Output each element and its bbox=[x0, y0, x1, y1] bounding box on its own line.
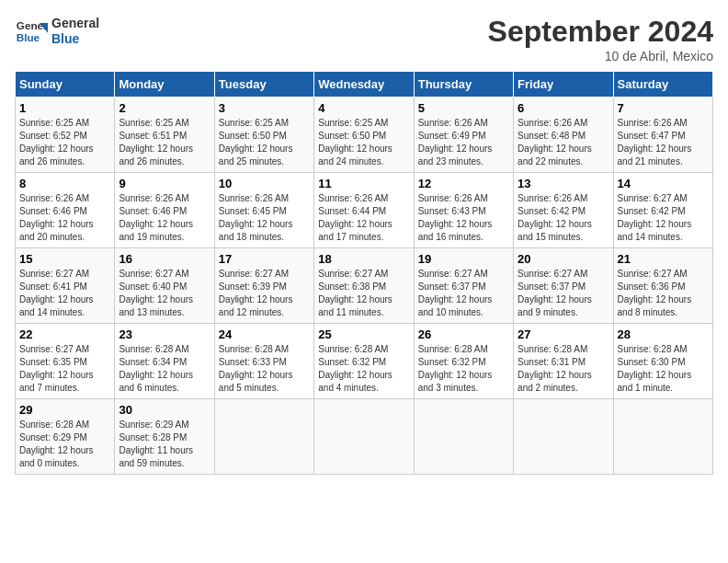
calendar-body: 1Sunrise: 6:25 AMSunset: 6:52 PMDaylight… bbox=[16, 98, 713, 475]
day-number: 20 bbox=[518, 252, 609, 266]
calendar-week-row: 29Sunrise: 6:28 AMSunset: 6:29 PMDayligh… bbox=[16, 399, 713, 475]
calendar-cell: 21Sunrise: 6:27 AMSunset: 6:36 PMDayligh… bbox=[613, 248, 712, 324]
calendar-cell bbox=[414, 399, 513, 475]
day-detail: Sunrise: 6:26 AMSunset: 6:48 PMDaylight:… bbox=[518, 118, 592, 167]
day-number: 12 bbox=[418, 177, 509, 190]
calendar-cell: 10Sunrise: 6:26 AMSunset: 6:45 PMDayligh… bbox=[214, 173, 313, 248]
day-detail: Sunrise: 6:28 AMSunset: 6:29 PMDaylight:… bbox=[19, 419, 94, 468]
calendar-cell: 29Sunrise: 6:28 AMSunset: 6:29 PMDayligh… bbox=[16, 399, 115, 475]
calendar-table: SundayMondayTuesdayWednesdayThursdayFrid… bbox=[15, 71, 713, 475]
calendar-cell: 28Sunrise: 6:28 AMSunset: 6:30 PMDayligh… bbox=[613, 324, 712, 399]
day-number: 7 bbox=[618, 101, 709, 115]
weekday-header: Saturday bbox=[613, 72, 712, 98]
calendar-cell: 7Sunrise: 6:26 AMSunset: 6:47 PMDaylight… bbox=[613, 98, 712, 173]
day-number: 15 bbox=[19, 252, 110, 266]
weekday-header: Sunday bbox=[16, 72, 115, 98]
calendar-cell bbox=[214, 399, 313, 475]
day-detail: Sunrise: 6:26 AMSunset: 6:42 PMDaylight:… bbox=[518, 193, 592, 242]
calendar-cell: 20Sunrise: 6:27 AMSunset: 6:37 PMDayligh… bbox=[514, 248, 613, 324]
calendar-cell: 22Sunrise: 6:27 AMSunset: 6:35 PMDayligh… bbox=[16, 324, 115, 399]
weekday-header: Tuesday bbox=[214, 72, 313, 98]
day-detail: Sunrise: 6:25 AMSunset: 6:51 PMDaylight:… bbox=[119, 118, 193, 167]
day-number: 3 bbox=[219, 101, 310, 115]
day-number: 24 bbox=[219, 327, 310, 341]
calendar-cell: 3Sunrise: 6:25 AMSunset: 6:50 PMDaylight… bbox=[214, 98, 313, 173]
day-detail: Sunrise: 6:28 AMSunset: 6:34 PMDaylight:… bbox=[119, 344, 193, 393]
calendar-cell: 12Sunrise: 6:26 AMSunset: 6:43 PMDayligh… bbox=[414, 173, 513, 248]
calendar-header: SundayMondayTuesdayWednesdayThursdayFrid… bbox=[16, 72, 713, 98]
day-detail: Sunrise: 6:27 AMSunset: 6:37 PMDaylight:… bbox=[418, 269, 493, 317]
day-detail: Sunrise: 6:25 AMSunset: 6:50 PMDaylight:… bbox=[219, 118, 293, 167]
calendar-cell: 11Sunrise: 6:26 AMSunset: 6:44 PMDayligh… bbox=[314, 173, 414, 248]
calendar-cell bbox=[314, 399, 414, 475]
day-detail: Sunrise: 6:28 AMSunset: 6:30 PMDaylight:… bbox=[618, 344, 692, 393]
weekday-header-row: SundayMondayTuesdayWednesdayThursdayFrid… bbox=[16, 72, 713, 98]
calendar-cell: 2Sunrise: 6:25 AMSunset: 6:51 PMDaylight… bbox=[115, 98, 214, 173]
day-detail: Sunrise: 6:26 AMSunset: 6:43 PMDaylight:… bbox=[418, 193, 493, 242]
calendar-cell bbox=[514, 399, 613, 475]
day-detail: Sunrise: 6:27 AMSunset: 6:42 PMDaylight:… bbox=[618, 193, 692, 242]
calendar-cell: 9Sunrise: 6:26 AMSunset: 6:46 PMDaylight… bbox=[115, 173, 214, 248]
calendar-week-row: 1Sunrise: 6:25 AMSunset: 6:52 PMDaylight… bbox=[16, 98, 713, 173]
calendar-cell: 18Sunrise: 6:27 AMSunset: 6:38 PMDayligh… bbox=[314, 248, 414, 324]
calendar-cell: 23Sunrise: 6:28 AMSunset: 6:34 PMDayligh… bbox=[115, 324, 214, 399]
calendar-cell: 4Sunrise: 6:25 AMSunset: 6:50 PMDaylight… bbox=[314, 98, 414, 173]
calendar-cell: 1Sunrise: 6:25 AMSunset: 6:52 PMDaylight… bbox=[16, 98, 115, 173]
day-detail: Sunrise: 6:28 AMSunset: 6:32 PMDaylight:… bbox=[418, 344, 493, 393]
calendar-title: September 2024 bbox=[488, 15, 713, 49]
day-detail: Sunrise: 6:26 AMSunset: 6:46 PMDaylight:… bbox=[119, 193, 193, 242]
day-number: 26 bbox=[418, 327, 509, 341]
weekday-header: Monday bbox=[115, 72, 214, 98]
calendar-week-row: 8Sunrise: 6:26 AMSunset: 6:46 PMDaylight… bbox=[16, 173, 713, 248]
calendar-cell: 24Sunrise: 6:28 AMSunset: 6:33 PMDayligh… bbox=[214, 324, 313, 399]
day-number: 18 bbox=[318, 252, 409, 266]
calendar-cell: 26Sunrise: 6:28 AMSunset: 6:32 PMDayligh… bbox=[414, 324, 513, 399]
day-detail: Sunrise: 6:26 AMSunset: 6:45 PMDaylight:… bbox=[219, 193, 293, 242]
day-number: 14 bbox=[618, 177, 709, 190]
day-number: 1 bbox=[19, 101, 110, 115]
day-detail: Sunrise: 6:26 AMSunset: 6:47 PMDaylight:… bbox=[618, 118, 692, 167]
calendar-cell: 13Sunrise: 6:26 AMSunset: 6:42 PMDayligh… bbox=[514, 173, 613, 248]
day-detail: Sunrise: 6:29 AMSunset: 6:28 PMDaylight:… bbox=[119, 419, 193, 468]
calendar-cell: 25Sunrise: 6:28 AMSunset: 6:32 PMDayligh… bbox=[314, 324, 414, 399]
weekday-header: Wednesday bbox=[314, 72, 414, 98]
day-detail: Sunrise: 6:26 AMSunset: 6:49 PMDaylight:… bbox=[418, 118, 493, 167]
calendar-cell bbox=[613, 399, 712, 475]
day-number: 2 bbox=[119, 101, 210, 115]
day-number: 10 bbox=[219, 177, 310, 190]
day-number: 25 bbox=[318, 327, 409, 341]
day-number: 9 bbox=[119, 177, 210, 190]
day-number: 27 bbox=[518, 327, 609, 341]
calendar-cell: 8Sunrise: 6:26 AMSunset: 6:46 PMDaylight… bbox=[16, 173, 115, 248]
calendar-week-row: 15Sunrise: 6:27 AMSunset: 6:41 PMDayligh… bbox=[16, 248, 713, 324]
day-number: 13 bbox=[518, 177, 609, 190]
day-detail: Sunrise: 6:27 AMSunset: 6:39 PMDaylight:… bbox=[219, 269, 293, 317]
svg-text:Blue: Blue bbox=[17, 31, 40, 43]
day-detail: Sunrise: 6:28 AMSunset: 6:33 PMDaylight:… bbox=[219, 344, 293, 393]
calendar-cell: 16Sunrise: 6:27 AMSunset: 6:40 PMDayligh… bbox=[115, 248, 214, 324]
day-number: 21 bbox=[618, 252, 709, 266]
day-number: 5 bbox=[418, 101, 509, 115]
calendar-cell: 27Sunrise: 6:28 AMSunset: 6:31 PMDayligh… bbox=[514, 324, 613, 399]
title-area: September 2024 10 de Abril, Mexico bbox=[488, 15, 713, 63]
day-detail: Sunrise: 6:28 AMSunset: 6:31 PMDaylight:… bbox=[518, 344, 592, 393]
weekday-header: Thursday bbox=[414, 72, 513, 98]
day-number: 19 bbox=[418, 252, 509, 266]
day-detail: Sunrise: 6:27 AMSunset: 6:38 PMDaylight:… bbox=[318, 269, 392, 317]
logo-icon: General Blue bbox=[15, 15, 48, 48]
day-number: 11 bbox=[318, 177, 409, 190]
day-number: 4 bbox=[318, 101, 409, 115]
day-detail: Sunrise: 6:27 AMSunset: 6:37 PMDaylight:… bbox=[518, 269, 592, 317]
calendar-cell: 17Sunrise: 6:27 AMSunset: 6:39 PMDayligh… bbox=[214, 248, 313, 324]
calendar-cell: 14Sunrise: 6:27 AMSunset: 6:42 PMDayligh… bbox=[613, 173, 712, 248]
calendar-cell: 19Sunrise: 6:27 AMSunset: 6:37 PMDayligh… bbox=[414, 248, 513, 324]
day-detail: Sunrise: 6:27 AMSunset: 6:41 PMDaylight:… bbox=[19, 269, 94, 317]
logo-line1: General bbox=[51, 16, 99, 31]
day-detail: Sunrise: 6:25 AMSunset: 6:50 PMDaylight:… bbox=[318, 118, 392, 167]
calendar-cell: 15Sunrise: 6:27 AMSunset: 6:41 PMDayligh… bbox=[16, 248, 115, 324]
day-number: 28 bbox=[618, 327, 709, 341]
calendar-cell: 6Sunrise: 6:26 AMSunset: 6:48 PMDaylight… bbox=[514, 98, 613, 173]
day-number: 22 bbox=[19, 327, 110, 341]
logo: General Blue General Blue bbox=[15, 15, 99, 48]
day-number: 30 bbox=[119, 403, 210, 417]
